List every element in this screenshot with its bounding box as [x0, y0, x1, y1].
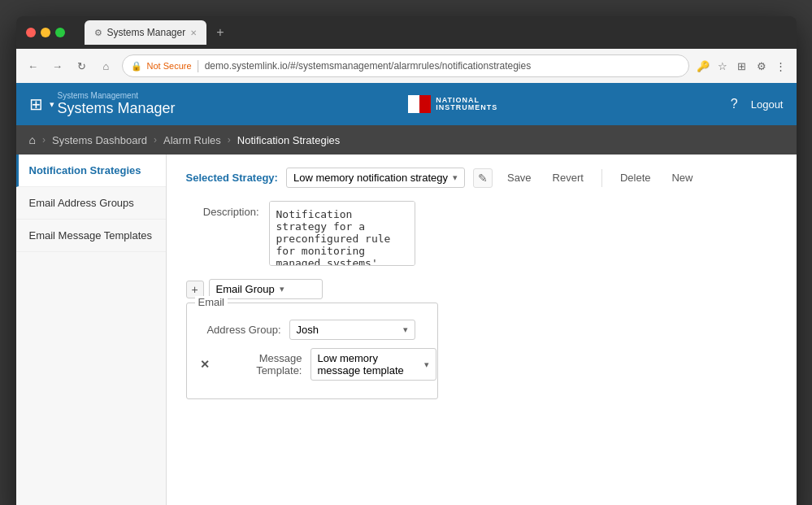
close-button[interactable]: [26, 28, 36, 37]
description-row: Description: Notification strategy for a…: [186, 201, 777, 266]
sidebar-item-email-address-groups[interactable]: Email Address Groups: [16, 187, 166, 220]
back-button[interactable]: ←: [24, 57, 42, 75]
minimize-button[interactable]: [41, 28, 50, 37]
address-group-form-row: Address Group: Josh ▾: [200, 320, 424, 340]
strategy-row: Selected Strategy: Low memory notificati…: [186, 168, 777, 188]
home-button[interactable]: ⌂: [98, 57, 115, 75]
app-subtitle: Systems Management: [58, 91, 176, 100]
menu-icon[interactable]: ⋮: [774, 59, 788, 73]
bc-sep-2: ›: [154, 134, 157, 146]
message-template-dropdown-arrow: ▾: [424, 359, 429, 370]
strategy-value: Low memory notification strategy: [293, 172, 448, 184]
waffle-icon[interactable]: ⊞: [29, 94, 43, 114]
content-area: Selected Strategy: Low memory notificati…: [167, 155, 797, 505]
browser-tab[interactable]: ⚙ Systems Manager ✕: [85, 20, 207, 45]
ni-instruments-label: INSTRUMENTS: [436, 104, 497, 111]
header-right: ? Logout: [731, 97, 784, 111]
address-group-dropdown-arrow: ▾: [403, 324, 408, 335]
remove-email-group-button[interactable]: ✕: [200, 358, 210, 371]
main-layout: Notification Strategies Email Address Gr…: [16, 155, 797, 505]
url-text: demo.systemlink.io/#/systemsmanagement/a…: [205, 60, 532, 72]
email-group-dropdown-arrow: ▾: [280, 284, 284, 294]
maximize-button[interactable]: [55, 28, 65, 37]
logout-button[interactable]: Logout: [751, 98, 784, 111]
app-header: ⊞ ▾ Systems Management Systems Manager N…: [16, 83, 797, 125]
ni-text: NATIONAL INSTRUMENTS: [436, 97, 497, 111]
bc-sep-3: ›: [228, 134, 231, 146]
url-divider: |: [197, 59, 200, 73]
bc-sep-1: ›: [42, 134, 46, 146]
email-group-legend: Email: [195, 296, 228, 308]
sidebar: Notification Strategies Email Address Gr…: [16, 155, 167, 505]
forward-button[interactable]: →: [49, 57, 67, 75]
breadcrumb-systems-dashboard[interactable]: Systems Dashboard: [52, 134, 147, 146]
message-template-dropdown[interactable]: Low memory message template ▾: [310, 348, 436, 381]
lock-icon: 🔒: [131, 61, 142, 72]
description-textarea[interactable]: Notification strategy for a preconfigure…: [269, 201, 415, 266]
selected-strategy-label: Selected Strategy:: [186, 172, 278, 184]
help-button[interactable]: ?: [731, 97, 738, 111]
refresh-button[interactable]: ↻: [73, 57, 91, 75]
save-button[interactable]: Save: [501, 169, 538, 186]
breadcrumb-notification-strategies: Notification Strategies: [237, 134, 340, 146]
breadcrumb-alarm-rules[interactable]: Alarm Rules: [163, 134, 221, 146]
traffic-lights: [26, 28, 65, 37]
message-template-value: Low memory message template: [318, 352, 419, 377]
email-group-label: Email Group: [216, 283, 275, 295]
tab-title: Systems Manager: [107, 27, 186, 38]
ni-logo-group: NATIONAL INSTRUMENTS: [408, 95, 497, 113]
delete-button[interactable]: Delete: [614, 169, 658, 186]
revert-button[interactable]: Revert: [546, 169, 590, 186]
email-group-box: Email Address Group: Josh ▾ ✕ Message Te…: [186, 303, 438, 399]
extensions-icon[interactable]: ⊞: [735, 59, 749, 73]
new-tab-button[interactable]: +: [216, 25, 224, 40]
dropdown-arrow[interactable]: ▾: [50, 99, 54, 110]
key-icon: 🔑: [696, 59, 710, 73]
address-group-label: Address Group:: [200, 324, 281, 336]
address-group-dropdown[interactable]: Josh ▾: [289, 320, 415, 340]
description-label: Description:: [186, 201, 259, 218]
sidebar-item-notification-strategies[interactable]: Notification Strategies: [16, 155, 166, 187]
message-template-label: Message Template:: [221, 352, 302, 377]
app-title-group: Systems Management Systems Manager: [58, 91, 176, 117]
strategy-dropdown-arrow: ▾: [453, 172, 458, 183]
strategy-dropdown[interactable]: Low memory notification strategy ▾: [286, 168, 465, 188]
address-bar: ← → ↻ ⌂ 🔒 Not Secure | demo.systemlink.i…: [16, 49, 797, 83]
app-title: Systems Manager: [58, 100, 176, 117]
add-group-row: + Email Group ▾: [186, 279, 777, 299]
breadcrumb-bar: ⌂ › Systems Dashboard › Alarm Rules › No…: [16, 125, 797, 155]
tab-close-button[interactable]: ✕: [190, 28, 197, 37]
edit-strategy-button[interactable]: ✎: [473, 168, 493, 188]
star-icon[interactable]: ☆: [715, 59, 730, 73]
address-group-value: Josh: [297, 324, 319, 336]
sidebar-item-email-message-templates[interactable]: Email Message Templates: [16, 220, 166, 252]
toolbar-separator: [601, 169, 602, 187]
message-template-form-row: ✕ Message Template: Low memory message t…: [200, 348, 424, 381]
profile-icon[interactable]: ⚙: [754, 59, 769, 73]
url-bar[interactable]: 🔒 Not Secure | demo.systemlink.io/#/syst…: [122, 54, 689, 77]
address-group-row: Address Group: Josh ▾: [200, 320, 424, 340]
ni-flag-icon: [408, 95, 431, 113]
address-bar-icons: 🔑 ☆ ⊞ ⚙ ⋮: [696, 59, 788, 73]
not-secure-label: Not Secure: [147, 61, 192, 71]
home-breadcrumb-icon[interactable]: ⌂: [29, 133, 36, 146]
new-button[interactable]: New: [665, 169, 699, 186]
